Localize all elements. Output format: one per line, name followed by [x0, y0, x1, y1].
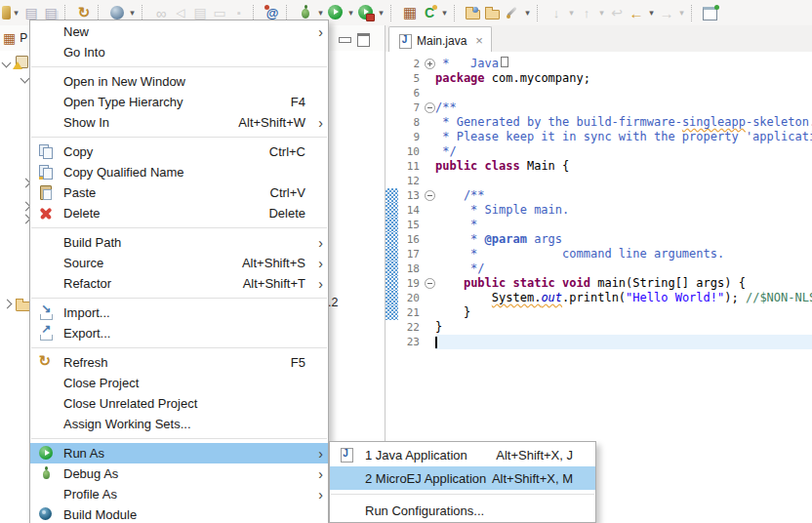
range-indicator[interactable] [386, 247, 398, 262]
code-text[interactable]: System.out.println("Hello World!"); //$N… [435, 291, 812, 305]
code-text[interactable] [435, 335, 812, 349]
code-line-18[interactable]: 18 */ [386, 262, 812, 276]
context-menu-item-close-unrelated-project[interactable]: Close Unrelated Project [30, 393, 328, 414]
folding-column[interactable] [424, 188, 435, 203]
line-number[interactable]: 5 [398, 71, 424, 86]
run-as-submenu-item-run-configurations[interactable]: Run Configurations... [330, 499, 595, 522]
code-line-20[interactable]: 20 System.out.println("Hello World!"); /… [386, 291, 812, 305]
line-number[interactable]: 7 [398, 101, 424, 115]
folding-column[interactable] [424, 57, 435, 71]
code-line-9[interactable]: 9 * Please keep it in sync with the prop… [386, 130, 812, 144]
code-line-14[interactable]: 14 * Simple main. [386, 203, 812, 218]
code-line-22[interactable]: 22} [386, 320, 812, 335]
annotation-ruler[interactable] [386, 335, 398, 349]
line-number[interactable]: 14 [398, 203, 424, 218]
folding-column[interactable] [424, 218, 435, 232]
folding-column[interactable] [424, 320, 435, 335]
context-menu-item-close-project[interactable]: Close Project [30, 373, 328, 393]
code-text[interactable]: */ [435, 144, 812, 159]
pin-editor-icon[interactable] [701, 3, 720, 22]
code-line-10[interactable]: 10 */ [386, 144, 812, 159]
context-menu-item-open-type-hierarchy[interactable]: Open Type HierarchyF4 [30, 92, 328, 112]
context-menu-item-build-path[interactable]: Build Path› [30, 232, 328, 253]
folding-column[interactable] [424, 335, 435, 349]
code-text[interactable]: * [435, 218, 812, 232]
line-number[interactable]: 6 [398, 86, 424, 101]
fold-collapse-icon[interactable] [425, 102, 435, 113]
context-menu-item-assign-working-sets[interactable]: Assign Working Sets... [30, 414, 328, 434]
close-icon[interactable]: × [475, 33, 483, 48]
easyshell-icon[interactable] [503, 3, 522, 22]
range-indicator[interactable] [386, 291, 398, 305]
import-project-icon[interactable] [464, 3, 483, 22]
context-menu-item-refactor[interactable]: RefactorAlt+Shift+T› [30, 273, 328, 294]
code-line-6[interactable]: 6 [386, 86, 812, 101]
back-dropdown[interactable] [646, 3, 657, 22]
line-number[interactable]: 10 [398, 144, 424, 159]
fold-expand-icon[interactable] [425, 59, 435, 69]
code-text[interactable]: package com.mycompany; [435, 71, 812, 86]
folding-column[interactable] [424, 276, 435, 291]
code-text[interactable]: public static void main(String[] args) { [435, 276, 812, 291]
line-number[interactable]: 12 [398, 174, 424, 188]
annotation-ruler[interactable] [386, 57, 398, 71]
new-wizard-icon[interactable] [0, 3, 11, 22]
line-number[interactable]: 21 [398, 305, 424, 320]
run-dropdown[interactable] [345, 3, 356, 22]
context-menu-item-build-module[interactable]: Build Module [30, 504, 328, 523]
range-indicator[interactable] [386, 262, 398, 276]
annotation-ruler[interactable] [386, 115, 398, 130]
folding-column[interactable] [424, 174, 435, 188]
annotation-ruler[interactable] [386, 101, 398, 115]
context-menu-item-paste[interactable]: PasteCtrl+V [30, 182, 328, 203]
line-number[interactable]: 23 [398, 335, 424, 349]
folding-column[interactable] [424, 232, 435, 247]
context-menu-item-source[interactable]: SourceAlt+Shift+S› [30, 253, 328, 273]
code-line-13[interactable]: 13 /** [386, 188, 812, 203]
range-indicator[interactable] [386, 276, 398, 291]
tree-chevron-expanded-icon[interactable] [2, 59, 12, 68]
line-number[interactable]: 13 [398, 188, 424, 203]
context-menu-item-export[interactable]: Export... [30, 323, 328, 343]
context-menu-item-copy[interactable]: CopyCtrl+C [30, 141, 328, 162]
code-line-23[interactable]: 23 [386, 335, 812, 349]
code-text[interactable]: /** [435, 101, 812, 115]
code-text[interactable]: } [435, 305, 812, 320]
previous-annotation-icon[interactable] [577, 3, 596, 22]
line-number[interactable]: 15 [398, 218, 424, 232]
folding-column[interactable] [424, 203, 435, 218]
range-indicator[interactable] [386, 218, 398, 232]
code-line-21[interactable]: 21 } [386, 305, 812, 320]
context-menu-item-debug-as[interactable]: Debug As› [30, 463, 328, 484]
editor-tab-main-java[interactable]: Main.java × [388, 26, 492, 54]
code-text[interactable]: public class Main { [435, 159, 812, 174]
minimize-icon[interactable] [339, 37, 351, 43]
forward-dropdown[interactable] [676, 3, 687, 22]
context-menu-item-copy-qualified-name[interactable]: Copy Qualified Name [30, 162, 328, 182]
line-number[interactable]: 11 [398, 159, 424, 174]
folding-column[interactable] [424, 101, 435, 115]
next-annotation-dropdown[interactable] [566, 3, 577, 22]
external-tools-icon[interactable] [356, 3, 376, 22]
range-indicator[interactable] [386, 188, 398, 203]
open-folder-icon[interactable] [483, 3, 503, 22]
code-text[interactable]: * command line arguments. [435, 247, 812, 262]
microej-platform-icon[interactable] [400, 3, 420, 22]
previous-annotation-dropdown[interactable] [596, 3, 607, 22]
fold-collapse-icon[interactable] [425, 278, 435, 289]
annotation-ruler[interactable] [386, 159, 398, 174]
line-number[interactable]: 9 [398, 130, 424, 144]
annotation-ruler[interactable] [386, 86, 398, 101]
context-menu-item-show-in[interactable]: Show InAlt+Shift+W› [30, 112, 328, 133]
maximize-icon[interactable] [357, 33, 370, 47]
easyshell-dropdown[interactable] [522, 3, 533, 22]
annotation-ruler[interactable] [386, 71, 398, 86]
update-module-dropdown[interactable] [439, 3, 450, 22]
code-text[interactable]: * Java [435, 57, 812, 71]
tree-chevron-expanded-icon[interactable] [20, 74, 30, 84]
context-menu-item-delete[interactable]: DeleteDelete [30, 203, 328, 223]
forward-icon[interactable] [657, 3, 676, 22]
code-text[interactable]: /** [435, 188, 812, 203]
context-menu-item-run-as[interactable]: Run As› [30, 443, 328, 463]
range-indicator[interactable] [386, 203, 398, 218]
